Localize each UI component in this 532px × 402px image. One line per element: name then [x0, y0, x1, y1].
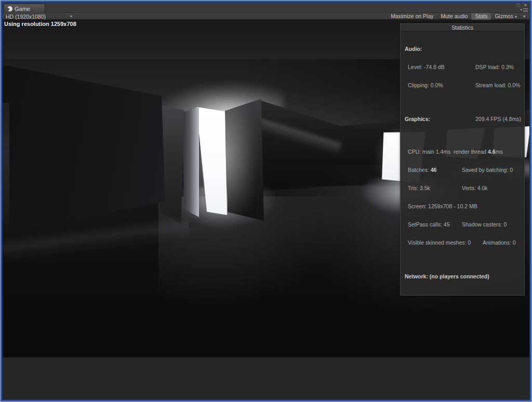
audio-heading: Audio: [405, 46, 520, 52]
graphics-heading-row: Graphics:209.4 FPS (4.8ms) [405, 116, 520, 122]
unity-game-window: Game □ ✕ ▾ HD (1920x1080) ▾ Maximize on … [0, 0, 532, 402]
gizmos-label: Gizmos [495, 13, 513, 19]
skinned-row: Visible skinned meshes: 0Animations: 0 [405, 240, 520, 246]
toolbar-menu-icon[interactable]: ▾ [521, 14, 528, 19]
window-menu-icon[interactable]: ▾ [520, 8, 528, 12]
audio-clipping-row: Clipping: 0.0%Stream load: 0.0% [405, 83, 520, 88]
menu-arrow-icon: ▾ [520, 8, 522, 12]
tab-game[interactable]: Game [4, 4, 45, 13]
menu-lines-icon [523, 8, 528, 12]
tris-row: Tris: 3.5kVerts: 4.0k [405, 185, 520, 191]
window-content: Game □ ✕ ▾ HD (1920x1080) ▾ Maximize on … [3, 3, 529, 399]
tab-strip: Game □ ✕ ▾ [3, 3, 529, 13]
close-icon[interactable]: ✕ [523, 3, 527, 8]
aspect-ratio-dropdown[interactable]: HD (1920x1080) ▾ [6, 13, 72, 20]
scene-lit-wall [182, 107, 199, 217]
resolution-notice: Using resolution 1259x708 [4, 21, 76, 27]
chevron-down-icon: ▾ [70, 14, 72, 19]
statistics-panel: Statistics Audio: Level: -74.8 dBDSP loa… [400, 23, 525, 296]
chevron-down-icon: ▾ [515, 15, 517, 19]
screen-row: Screen: 1259x708 - 10.2 MB [405, 204, 520, 209]
game-view-toolbar: HD (1920x1080) ▾ Maximize on Play Mute a… [3, 13, 529, 20]
game-view-icon [7, 6, 12, 11]
cpu-row: CPU: main 1.4ms render thread 4.6ms [405, 149, 520, 155]
stats-button[interactable]: Stats [471, 13, 491, 20]
mute-audio-button[interactable]: Mute audio [437, 13, 471, 20]
network-row: Network: (no players connected) [405, 274, 520, 279]
audio-level-row: Level: -74.8 dBDSP load: 0.3% [405, 64, 520, 70]
aspect-ratio-label: HD (1920x1080) [6, 14, 46, 20]
maximize-on-play-button[interactable]: Maximize on Play [387, 13, 437, 20]
batches-row: Batches: 46Saved by batching: 0 [405, 167, 520, 173]
statistics-title: Statistics [401, 24, 524, 31]
game-viewport[interactable]: Using resolution 1259x708 Statistics Aud… [3, 20, 529, 357]
scene-left-edge-wall [3, 103, 9, 225]
tab-label: Game [15, 6, 30, 12]
maximize-icon[interactable]: □ [517, 3, 520, 8]
gizmos-button[interactable]: Gizmos▾ [491, 13, 521, 20]
setpass-row: SetPass calls: 45Shadow casters: 0 [405, 222, 520, 227]
